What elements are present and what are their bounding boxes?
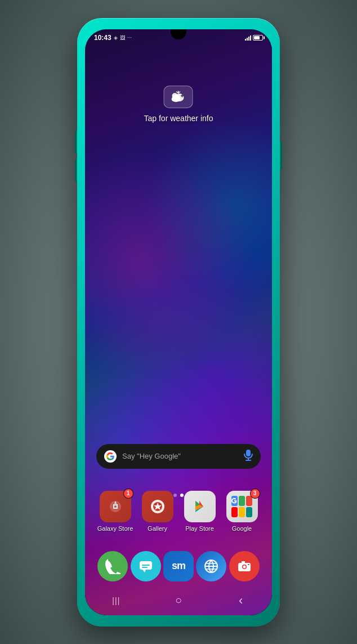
- signal-icon: [245, 35, 251, 41]
- svg-rect-18: [142, 567, 148, 568]
- play-store-icon-wrapper: [184, 491, 216, 522]
- svg-rect-17: [142, 565, 150, 566]
- power-button: [280, 142, 282, 170]
- dock-item-samsung-members[interactable]: sm: [163, 551, 194, 581]
- home-button[interactable]: ○: [167, 589, 190, 612]
- google-mini-g: [231, 496, 238, 506]
- home-icon: ○: [175, 594, 182, 607]
- svg-point-13: [115, 501, 116, 503]
- dock: sm: [85, 551, 272, 581]
- galaxy-store-icon-wrapper: 1: [100, 491, 131, 522]
- svg-rect-25: [242, 561, 245, 563]
- dock-item-phone[interactable]: [97, 551, 128, 581]
- google-label: Google: [232, 525, 252, 532]
- dock-item-internet[interactable]: [195, 551, 227, 581]
- screen: 10:43 ◈ 🖼 ···: [85, 29, 272, 615]
- time-display: 10:43: [94, 34, 111, 42]
- battery-icon: [253, 35, 263, 41]
- play-store-icon: [184, 491, 216, 522]
- gallery-icon-wrapper: [142, 491, 173, 522]
- app-item-google[interactable]: 3 Google: [222, 491, 262, 532]
- recent-apps-button[interactable]: |||: [105, 589, 127, 612]
- phone-outer: 10:43 ◈ 🖼 ···: [77, 18, 280, 627]
- weather-widget[interactable]: Tap for weather info: [144, 86, 213, 123]
- weather-text: Tap for weather info: [144, 114, 213, 123]
- phone-app-icon: [97, 551, 128, 581]
- camera-app-icon: [229, 551, 260, 581]
- app-item-galaxy-store[interactable]: 1 Galaxy Store: [95, 491, 136, 532]
- svg-point-26: [243, 565, 246, 568]
- page-dots: [173, 494, 184, 497]
- gallery-status-icon: 🖼: [120, 35, 125, 41]
- phone-inner: 10:43 ◈ 🖼 ···: [85, 29, 272, 615]
- google-mini-maps: [239, 496, 245, 506]
- google-icon-wrapper: 3: [226, 491, 258, 522]
- page-dot-1: [173, 494, 177, 497]
- app-item-play-store[interactable]: Play Store: [180, 491, 220, 532]
- google-g-logo: [104, 450, 117, 463]
- recent-icon: |||: [112, 596, 120, 605]
- play-store-label: Play Store: [185, 525, 214, 532]
- google-mini-youtube: [231, 507, 238, 517]
- volume-up-button: [75, 131, 77, 153]
- back-icon: ‹: [239, 593, 243, 608]
- status-left: 10:43 ◈ 🖼 ···: [94, 34, 132, 42]
- nav-bar: ||| ○ ‹: [85, 586, 272, 615]
- google-badge: 3: [250, 488, 260, 499]
- internet-app-icon: [196, 551, 226, 581]
- gallery-label: Gallery: [148, 525, 167, 532]
- messages-app-icon: [131, 551, 161, 581]
- galaxy-store-label: Galaxy Store: [97, 525, 133, 532]
- back-button[interactable]: ‹: [230, 589, 252, 612]
- dock-item-camera[interactable]: [229, 551, 260, 581]
- app-grid: 1 Galaxy Store: [85, 491, 272, 536]
- page-dot-2: [180, 494, 184, 497]
- status-right: [245, 35, 263, 41]
- svg-rect-27: [248, 564, 249, 565]
- scene: 10:43 ◈ 🖼 ···: [0, 0, 357, 644]
- google-mini-drive: [239, 507, 245, 517]
- search-bar[interactable]: Say "Hey Google": [96, 444, 261, 469]
- search-placeholder: Say "Hey Google": [122, 452, 238, 460]
- google-mini-meet: [246, 507, 252, 517]
- gallery-icon: [142, 491, 173, 522]
- weather-icon: [164, 86, 193, 108]
- sim-icon: ◈: [114, 35, 118, 41]
- samsung-members-icon: sm: [163, 551, 194, 581]
- mic-icon[interactable]: [244, 450, 253, 463]
- app-item-gallery[interactable]: Gallery: [137, 491, 178, 532]
- svg-point-3: [172, 93, 178, 99]
- svg-rect-9: [246, 450, 251, 456]
- galaxy-store-badge: 1: [123, 488, 133, 499]
- dock-item-messages[interactable]: [130, 551, 162, 581]
- volume-down-button: [75, 159, 77, 181]
- more-icon: ···: [127, 34, 132, 41]
